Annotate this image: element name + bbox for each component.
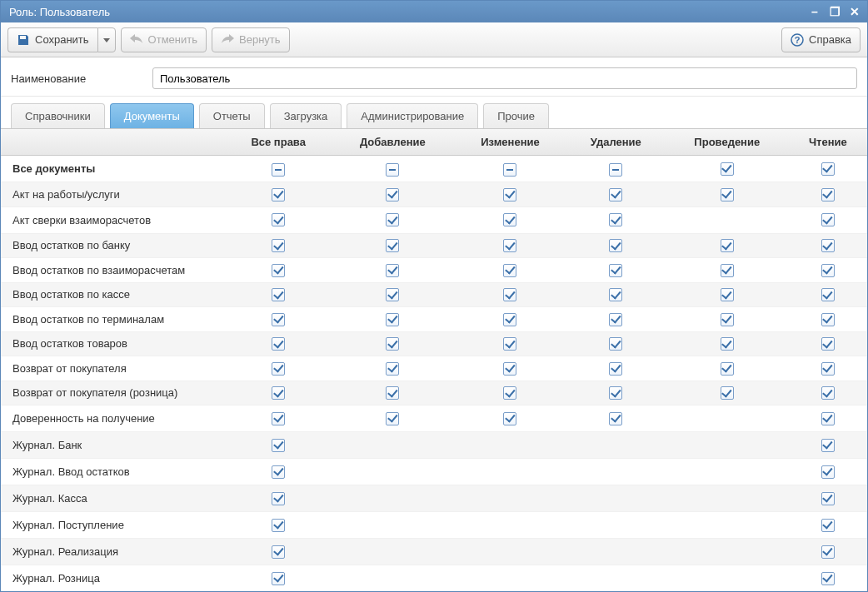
- name-input[interactable]: [152, 67, 857, 89]
- checkbox[interactable]: [386, 264, 399, 277]
- checkbox[interactable]: [821, 337, 835, 351]
- checkbox[interactable]: [503, 362, 516, 376]
- checkbox[interactable]: [821, 545, 835, 559]
- checkbox[interactable]: [721, 362, 734, 376]
- tab-0[interactable]: Справочники: [11, 103, 105, 128]
- checkbox[interactable]: [272, 337, 285, 351]
- checkbox[interactable]: [272, 572, 285, 585]
- checkbox[interactable]: [272, 439, 285, 452]
- checkbox[interactable]: [503, 188, 516, 201]
- checkbox[interactable]: [821, 313, 835, 326]
- checkbox[interactable]: [721, 188, 734, 201]
- checkbox[interactable]: [503, 337, 516, 351]
- permission-cell: [226, 206, 331, 233]
- checkbox[interactable]: [272, 545, 285, 559]
- checkbox[interactable]: [609, 163, 622, 177]
- permission-cell: [331, 539, 454, 565]
- table-row: Журнал. Банк: [1, 432, 867, 459]
- checkbox[interactable]: [272, 213, 285, 226]
- checkbox[interactable]: [503, 163, 516, 177]
- checkbox[interactable]: [721, 264, 734, 277]
- checkbox[interactable]: [721, 288, 734, 301]
- permission-cell: [331, 233, 454, 258]
- checkbox[interactable]: [821, 439, 835, 452]
- checkbox[interactable]: [609, 264, 622, 277]
- checkbox[interactable]: [821, 412, 835, 425]
- checkbox[interactable]: [609, 313, 622, 326]
- checkbox[interactable]: [721, 386, 734, 400]
- checkbox[interactable]: [609, 337, 622, 351]
- checkbox[interactable]: [821, 264, 835, 277]
- checkbox[interactable]: [609, 386, 622, 400]
- checkbox[interactable]: [272, 288, 285, 301]
- checkbox[interactable]: [721, 337, 734, 351]
- checkbox[interactable]: [272, 188, 285, 201]
- help-button[interactable]: ? Справка: [781, 27, 861, 52]
- checkbox[interactable]: [821, 288, 835, 301]
- checkbox[interactable]: [272, 163, 285, 177]
- checkbox[interactable]: [609, 239, 622, 252]
- checkbox[interactable]: [503, 213, 516, 226]
- tab-3[interactable]: Загрузка: [270, 103, 342, 128]
- checkbox[interactable]: [272, 264, 285, 277]
- checkbox[interactable]: [821, 465, 835, 479]
- checkbox[interactable]: [503, 264, 516, 277]
- maximize-button[interactable]: ❐: [827, 5, 842, 18]
- checkbox[interactable]: [821, 362, 835, 376]
- checkbox[interactable]: [386, 313, 399, 326]
- close-button[interactable]: ✕: [847, 5, 862, 18]
- checkbox[interactable]: [821, 188, 835, 201]
- checkbox[interactable]: [386, 288, 399, 301]
- undo-button[interactable]: Отменить: [121, 27, 207, 52]
- checkbox[interactable]: [386, 239, 399, 252]
- checkbox[interactable]: [386, 386, 399, 400]
- checkbox[interactable]: [821, 519, 835, 532]
- checkbox[interactable]: [609, 213, 622, 226]
- checkbox[interactable]: [609, 288, 622, 301]
- checkbox[interactable]: [386, 362, 399, 376]
- save-dropdown[interactable]: [97, 27, 116, 52]
- checkbox[interactable]: [503, 313, 516, 326]
- checkbox[interactable]: [386, 213, 399, 226]
- checkbox[interactable]: [503, 288, 516, 301]
- permission-cell: [226, 539, 331, 565]
- checkbox[interactable]: [609, 412, 622, 425]
- checkbox[interactable]: [272, 465, 285, 479]
- checkbox[interactable]: [503, 412, 516, 425]
- checkbox[interactable]: [821, 492, 835, 505]
- checkbox[interactable]: [821, 213, 835, 226]
- tab-2[interactable]: Отчеты: [199, 103, 265, 128]
- checkbox[interactable]: [821, 386, 835, 400]
- checkbox[interactable]: [721, 162, 734, 176]
- permission-cell: [226, 233, 331, 258]
- checkbox[interactable]: [386, 337, 399, 351]
- checkbox[interactable]: [272, 313, 285, 326]
- checkbox[interactable]: [272, 362, 285, 376]
- grid-scroll[interactable]: Все праваДобавлениеИзменениеУдалениеПров…: [1, 129, 867, 591]
- checkbox[interactable]: [386, 188, 399, 201]
- permission-cell: [331, 459, 454, 485]
- checkbox[interactable]: [721, 239, 734, 252]
- checkbox[interactable]: [272, 492, 285, 505]
- checkbox[interactable]: [386, 412, 399, 425]
- checkbox[interactable]: [272, 386, 285, 400]
- checkbox[interactable]: [821, 162, 835, 176]
- checkbox[interactable]: [609, 362, 622, 376]
- checkbox[interactable]: [386, 163, 399, 177]
- minimize-button[interactable]: –: [807, 5, 822, 18]
- tab-5[interactable]: Прочие: [483, 103, 549, 128]
- save-button[interactable]: Сохранить: [7, 27, 97, 52]
- row-label: Акт сверки взаиморасчетов: [1, 206, 226, 233]
- redo-button[interactable]: Вернуть: [212, 27, 290, 52]
- checkbox[interactable]: [821, 239, 835, 252]
- checkbox[interactable]: [721, 313, 734, 326]
- checkbox[interactable]: [609, 188, 622, 201]
- checkbox[interactable]: [272, 239, 285, 252]
- checkbox[interactable]: [272, 412, 285, 425]
- tab-4[interactable]: Администрирование: [347, 103, 478, 128]
- tab-1[interactable]: Документы: [110, 103, 194, 128]
- checkbox[interactable]: [821, 572, 835, 585]
- checkbox[interactable]: [503, 239, 516, 252]
- checkbox[interactable]: [503, 386, 516, 400]
- checkbox[interactable]: [272, 519, 285, 532]
